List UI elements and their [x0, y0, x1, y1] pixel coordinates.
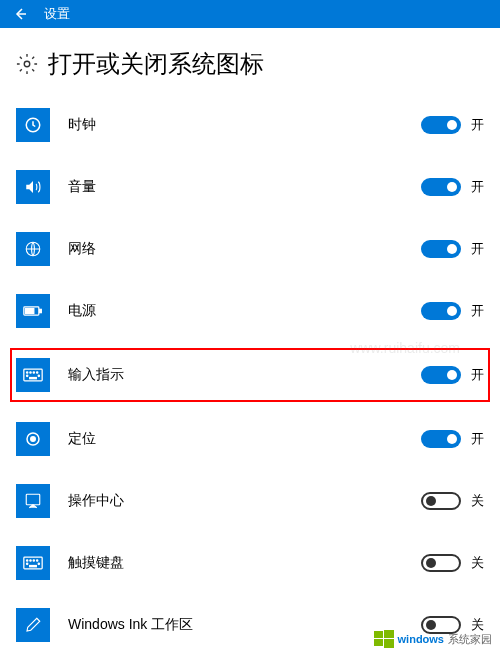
svg-point-21 — [37, 560, 38, 561]
watermark: windows 系统家园 — [374, 629, 492, 649]
svg-point-19 — [30, 560, 31, 561]
toggle-wrap: 关 — [421, 492, 484, 510]
watermark-sub: 系统家园 — [448, 632, 492, 647]
svg-point-23 — [38, 563, 39, 564]
settings-list: 时钟开音量开网络开电源开输入指示开定位开操作中心关触摸键盘关Windows In… — [16, 104, 484, 654]
toggle-wrap: 开 — [421, 430, 484, 448]
toggle-switch[interactable] — [421, 430, 461, 448]
toggle-switch[interactable] — [421, 178, 461, 196]
toggle-wrap: 开 — [421, 366, 484, 384]
setting-label: 音量 — [68, 178, 421, 196]
keyboard-icon — [16, 358, 50, 392]
toggle-switch[interactable] — [421, 554, 461, 572]
toggle-wrap: 开 — [421, 302, 484, 320]
svg-rect-27 — [384, 630, 394, 638]
network-icon — [16, 232, 50, 266]
svg-point-15 — [31, 437, 36, 442]
svg-point-11 — [27, 375, 28, 376]
svg-rect-28 — [374, 639, 383, 646]
svg-rect-5 — [26, 309, 34, 314]
setting-row-clock: 时钟开 — [16, 104, 484, 146]
svg-point-8 — [30, 372, 31, 373]
setting-row-volume: 音量开 — [16, 166, 484, 208]
toggle-wrap: 开 — [421, 240, 484, 258]
setting-label: 操作中心 — [68, 492, 421, 510]
setting-row-power: 电源开 — [16, 290, 484, 332]
location-icon — [16, 422, 50, 456]
titlebar: 设置 — [0, 0, 500, 28]
page-title: 打开或关闭系统图标 — [48, 48, 264, 80]
toggle-state-label: 开 — [471, 430, 484, 448]
svg-point-22 — [27, 563, 28, 564]
power-icon — [16, 294, 50, 328]
toggle-state-label: 开 — [471, 302, 484, 320]
setting-label: 触摸键盘 — [68, 554, 421, 572]
svg-rect-16 — [26, 494, 40, 505]
touch-keyboard-icon — [16, 546, 50, 580]
ink-icon — [16, 608, 50, 642]
toggle-state-label: 关 — [471, 492, 484, 510]
content-area: 打开或关闭系统图标 时钟开音量开网络开电源开输入指示开定位开操作中心关触摸键盘关… — [0, 28, 500, 654]
toggle-switch[interactable] — [421, 116, 461, 134]
svg-point-7 — [27, 372, 28, 373]
page-header: 打开或关闭系统图标 — [16, 48, 484, 80]
toggle-state-label: 开 — [471, 116, 484, 134]
toggle-state-label: 关 — [471, 554, 484, 572]
svg-point-12 — [38, 375, 39, 376]
back-arrow-icon — [12, 6, 28, 22]
titlebar-label: 设置 — [44, 5, 70, 23]
toggle-state-label: 开 — [471, 366, 484, 384]
svg-rect-13 — [30, 378, 37, 379]
toggle-switch[interactable] — [421, 492, 461, 510]
watermark-brand: windows — [398, 633, 444, 645]
svg-point-18 — [27, 560, 28, 561]
setting-row-action-center: 操作中心关 — [16, 480, 484, 522]
toggle-wrap: 开 — [421, 178, 484, 196]
svg-point-20 — [33, 560, 34, 561]
toggle-state-label: 开 — [471, 240, 484, 258]
clock-icon — [16, 108, 50, 142]
setting-row-touch-keyboard: 触摸键盘关 — [16, 542, 484, 584]
toggle-wrap: 开 — [421, 116, 484, 134]
setting-row-keyboard: 输入指示开 — [10, 348, 490, 402]
gear-icon — [16, 53, 38, 75]
setting-row-location: 定位开 — [16, 418, 484, 460]
volume-icon — [16, 170, 50, 204]
setting-label: 时钟 — [68, 116, 421, 134]
svg-rect-26 — [374, 631, 383, 638]
setting-label: 定位 — [68, 430, 421, 448]
toggle-wrap: 关 — [421, 554, 484, 572]
windows-logo-icon — [374, 629, 394, 649]
toggle-switch[interactable] — [421, 302, 461, 320]
svg-point-10 — [37, 372, 38, 373]
svg-rect-29 — [384, 639, 394, 648]
setting-label: 输入指示 — [68, 366, 421, 384]
setting-label: 网络 — [68, 240, 421, 258]
svg-rect-4 — [40, 309, 42, 312]
action-center-icon — [16, 484, 50, 518]
svg-point-0 — [24, 61, 30, 67]
svg-point-9 — [33, 372, 34, 373]
back-button[interactable] — [8, 2, 32, 26]
setting-row-network: 网络开 — [16, 228, 484, 270]
toggle-switch[interactable] — [421, 366, 461, 384]
toggle-switch[interactable] — [421, 240, 461, 258]
setting-label: 电源 — [68, 302, 421, 320]
toggle-state-label: 开 — [471, 178, 484, 196]
setting-label: Windows Ink 工作区 — [68, 616, 421, 634]
svg-rect-24 — [30, 566, 37, 567]
